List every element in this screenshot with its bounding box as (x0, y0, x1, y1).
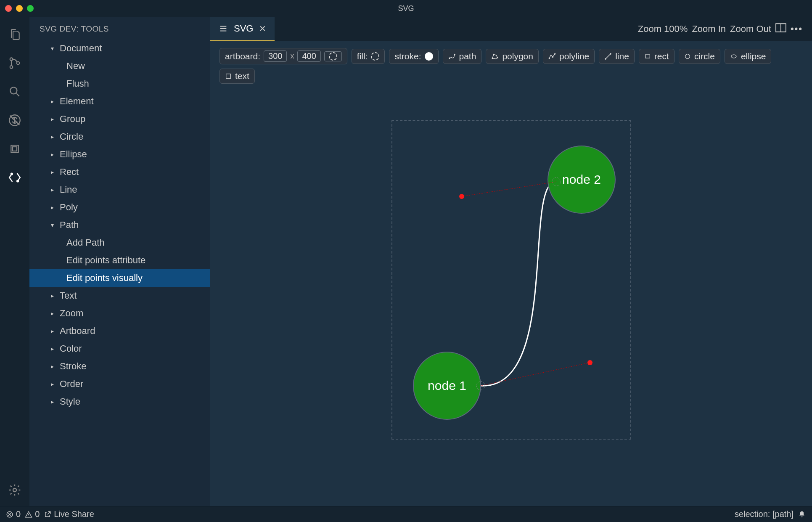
source-control-icon[interactable] (2, 50, 27, 76)
svg-point-15 (493, 54, 494, 55)
shape-polyline-button[interactable]: polyline (543, 49, 595, 64)
tree-item-label: Zoom (60, 308, 83, 319)
svg-line-29 (481, 363, 590, 386)
stroke-chip[interactable]: stroke: (389, 49, 438, 64)
text-icon (225, 73, 232, 79)
svg-dev-icon[interactable] (2, 165, 27, 190)
tree-item-label: Element (60, 96, 94, 107)
tree-item-line[interactable]: ▸Line (29, 181, 210, 199)
shape-ellipse-button[interactable]: ellipse (725, 49, 772, 64)
tree-item-path[interactable]: ▾Path (29, 216, 210, 234)
tree-item-circle[interactable]: ▸Circle (29, 128, 210, 146)
activity-bar (0, 17, 29, 506)
more-icon[interactable]: ••• (791, 24, 803, 34)
selection-status[interactable]: selection: [path] (735, 509, 793, 519)
control-point[interactable] (459, 194, 464, 199)
tree-item-text[interactable]: ▸Text (29, 287, 210, 305)
graph-node[interactable]: node 1 (413, 352, 481, 419)
tree-item-add-path[interactable]: Add Path (29, 234, 210, 252)
zoom-out-button[interactable]: Zoom Out (730, 24, 771, 34)
split-editor-icon[interactable] (775, 23, 786, 35)
window-title: SVG (398, 4, 414, 13)
tree: ▾DocumentNewFlush▸Element▸Group▸Circle▸E… (29, 40, 210, 411)
chevron-right-icon: ▸ (47, 381, 57, 387)
chevron-down-icon: ▾ (47, 222, 57, 228)
shape-line-button[interactable]: line (599, 49, 635, 64)
search-icon[interactable] (2, 79, 27, 104)
graph-node[interactable]: node 2 (548, 146, 615, 213)
warnings-count: 0 (35, 509, 40, 519)
window-controls (5, 5, 34, 12)
x-separator: x (290, 52, 294, 61)
debug-icon[interactable] (2, 108, 27, 133)
tab-svg[interactable]: SVG ✕ (210, 17, 275, 41)
shape-polygon-button[interactable]: polygon (486, 49, 539, 64)
svg-point-1 (10, 66, 13, 69)
shape-label: path (459, 51, 476, 61)
artboard-size-chip[interactable]: artboard: 300 x 400 (220, 48, 347, 64)
zoom-level[interactable]: Zoom 100% (638, 24, 688, 34)
svg-point-14 (492, 58, 493, 58)
tree-item-label: Color (60, 343, 82, 354)
shape-rect-button[interactable]: rect (639, 49, 674, 64)
svg-point-2 (17, 62, 20, 65)
zoom-in-button[interactable]: Zoom In (692, 24, 726, 34)
close-window-icon[interactable] (5, 5, 12, 12)
svg-path[interactable] (481, 182, 556, 386)
tree-item-poly[interactable]: ▸Poly (29, 199, 210, 216)
artboard-label: artboard: (225, 51, 260, 61)
svg-point-9 (13, 488, 16, 492)
live-share-button[interactable]: Live Share (44, 509, 94, 519)
maximize-window-icon[interactable] (27, 5, 34, 12)
editor: SVG ✕ Zoom 100% Zoom In Zoom Out ••• art… (210, 17, 812, 506)
gear-icon[interactable] (2, 477, 27, 503)
control-point[interactable] (587, 360, 592, 365)
bell-icon[interactable] (798, 510, 806, 519)
artboard-dashed-icon[interactable] (324, 51, 342, 61)
tree-item-edit-points-visually[interactable]: Edit points visually (29, 269, 210, 287)
chevron-right-icon: ▸ (47, 292, 57, 299)
chevron-right-icon: ▸ (47, 398, 57, 405)
stroke-swatch-icon (425, 52, 433, 61)
tree-item-group[interactable]: ▸Group (29, 110, 210, 128)
files-icon[interactable] (2, 22, 27, 47)
tree-item-label: Stroke (60, 361, 87, 372)
artboard-height[interactable]: 400 (297, 50, 320, 62)
tree-item-color[interactable]: ▸Color (29, 340, 210, 358)
shape-path-button[interactable]: path (443, 49, 482, 64)
minimize-window-icon[interactable] (16, 5, 23, 12)
svg-point-24 (685, 54, 690, 58)
warnings-indicator[interactable]: 0 (25, 509, 40, 519)
tree-item-artboard[interactable]: ▸Artboard (29, 322, 210, 340)
sidebar-title: SVG DEV: TOOLS (29, 20, 210, 40)
chevron-right-icon: ▸ (47, 186, 57, 193)
errors-indicator[interactable]: 0 (6, 509, 21, 519)
tree-item-ellipse[interactable]: ▸Ellipse (29, 146, 210, 163)
tree-item-label: Edit points visually (66, 273, 143, 284)
artboard[interactable]: node 1node 2 (391, 120, 631, 440)
tree-item-style[interactable]: ▸Style (29, 393, 210, 411)
tree-item-order[interactable]: ▸Order (29, 375, 210, 393)
tree-item-label: Document (60, 43, 102, 54)
svg-point-19 (555, 53, 555, 54)
tree-item-stroke[interactable]: ▸Stroke (29, 358, 210, 375)
shape-circle-button[interactable]: circle (679, 49, 720, 64)
extensions-icon[interactable] (2, 136, 27, 162)
chevron-right-icon: ▸ (47, 98, 57, 105)
artboard-width[interactable]: 300 (264, 50, 287, 62)
tree-item-document[interactable]: ▾Document (29, 40, 210, 57)
chevron-right-icon: ▸ (47, 363, 57, 370)
tree-item-rect[interactable]: ▸Rect (29, 163, 210, 181)
shape-text-button[interactable]: text (220, 69, 255, 84)
tree-item-edit-points-attribute[interactable]: Edit points attribute (29, 252, 210, 269)
tree-item-zoom[interactable]: ▸Zoom (29, 305, 210, 322)
line-icon (604, 53, 612, 60)
fill-chip[interactable]: fill: (352, 49, 385, 64)
close-icon[interactable]: ✕ (259, 24, 266, 34)
tree-item-flush[interactable]: Flush (29, 75, 210, 93)
shape-label: circle (694, 51, 715, 61)
tree-item-new[interactable]: New (29, 57, 210, 75)
tree-item-element[interactable]: ▸Element (29, 93, 210, 110)
shape-label: text (235, 71, 249, 81)
canvas-wrap: node 1node 2 (210, 90, 812, 506)
